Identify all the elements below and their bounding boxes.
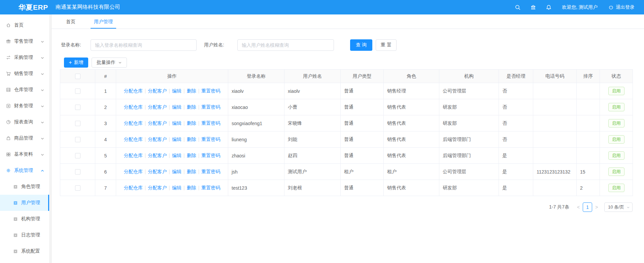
search-icon[interactable] <box>515 4 521 10</box>
prev-page-icon[interactable]: < <box>577 204 580 210</box>
cell-role: 销售代表 <box>384 99 439 115</box>
cell-role: 销售经理 <box>384 83 439 99</box>
platform-icon[interactable] <box>530 4 536 10</box>
action-link[interactable]: 分配仓库 <box>124 169 143 174</box>
select-all-checkbox[interactable] <box>75 74 80 79</box>
sidebar-item-system[interactable]: 系统管理 <box>0 162 49 179</box>
doc-icon <box>13 217 18 222</box>
reset-button[interactable]: 重 置 <box>376 39 397 51</box>
action-link[interactable]: 编辑 <box>172 104 181 110</box>
action-separator: | <box>183 169 185 174</box>
action-link[interactable]: 编辑 <box>172 153 181 158</box>
sidebar-item-goods[interactable]: 商品管理 <box>0 130 49 146</box>
add-button[interactable]: + 新增 <box>64 58 88 68</box>
action-link[interactable]: 删除 <box>187 169 196 174</box>
action-link[interactable]: 编辑 <box>172 185 181 190</box>
cell-sort <box>577 132 600 148</box>
sidebar-scrollbar-track[interactable] <box>49 14 52 263</box>
chevron-up-icon <box>40 168 44 173</box>
user-name-input[interactable] <box>237 39 334 51</box>
action-link[interactable]: 重置密码 <box>201 169 220 174</box>
action-link[interactable]: 分配仓库 <box>124 153 143 158</box>
cell-org: 研发部 <box>439 180 499 196</box>
action-link[interactable]: 重置密码 <box>201 137 220 142</box>
action-link[interactable]: 编辑 <box>172 137 181 142</box>
action-link[interactable]: 删除 <box>187 153 196 158</box>
action-link[interactable]: 分配客户 <box>148 104 167 110</box>
chevron-down-icon <box>40 88 44 92</box>
action-link[interactable]: 分配仓库 <box>124 185 143 190</box>
logout-icon <box>608 5 614 10</box>
action-link[interactable]: 重置密码 <box>201 104 220 110</box>
row-checkbox[interactable] <box>75 105 80 110</box>
action-link[interactable]: 分配客户 <box>148 88 167 93</box>
row-checkbox[interactable] <box>75 88 80 94</box>
action-link[interactable]: 分配仓库 <box>124 88 143 93</box>
row-checkbox[interactable] <box>75 121 80 126</box>
action-link[interactable]: 编辑 <box>172 120 181 126</box>
tab-user-mgmt[interactable]: 用户管理 <box>91 14 116 29</box>
action-separator: | <box>183 185 185 190</box>
sidebar-item-sales[interactable]: 销售管理 <box>0 66 49 82</box>
action-link[interactable]: 重置密码 <box>201 185 220 190</box>
row-checkbox[interactable] <box>75 153 80 158</box>
login-name-input[interactable] <box>91 39 197 51</box>
doc-icon <box>13 233 18 238</box>
action-link[interactable]: 分配客户 <box>148 120 167 126</box>
row-checkbox[interactable] <box>75 169 80 175</box>
app-logo: 华夏ERP <box>0 3 49 12</box>
action-link[interactable]: 删除 <box>187 137 196 142</box>
sidebar-item-user-mgmt[interactable]: 用户管理 <box>0 195 49 211</box>
sidebar-item-log-mgmt[interactable]: 日志管理 <box>0 227 49 243</box>
logout-button[interactable]: 退出登录 <box>608 4 635 10</box>
action-link[interactable]: 删除 <box>187 88 196 93</box>
action-link[interactable]: 重置密码 <box>201 153 220 158</box>
sidebar-item-basic[interactable]: 基本资料 <box>0 146 49 162</box>
sidebar-item-report[interactable]: 报表查询 <box>0 114 49 130</box>
search-button[interactable]: 查 询 <box>350 39 372 51</box>
page-number-button[interactable]: 1 <box>583 202 592 212</box>
cell-manager: 否 <box>499 132 533 148</box>
action-link[interactable]: 删除 <box>187 104 196 110</box>
cell-type: 普通 <box>341 115 384 132</box>
bell-icon[interactable] <box>546 4 552 10</box>
cell-manager: 否 <box>499 115 533 132</box>
col-status: 状态 <box>600 70 633 83</box>
action-link[interactable]: 编辑 <box>172 169 181 174</box>
row-checkbox[interactable] <box>75 185 80 191</box>
action-link[interactable]: 分配客户 <box>148 153 167 158</box>
action-link[interactable]: 分配客户 <box>148 185 167 190</box>
sidebar-item-home[interactable]: 首页 <box>0 17 49 33</box>
sidebar-item-org-mgmt[interactable]: 机构管理 <box>0 211 49 227</box>
sidebar-item-warehouse[interactable]: 仓库管理 <box>0 82 49 98</box>
cell-name: 刘老根 <box>284 180 341 196</box>
action-link[interactable]: 删除 <box>187 120 196 126</box>
cell-name: 小曹 <box>284 99 341 115</box>
cell-login: xiaolv <box>228 83 284 99</box>
sidebar-item-purchase[interactable]: 采购管理 <box>0 49 49 66</box>
tab-bar: 首页 用户管理 <box>52 14 644 29</box>
action-separator: | <box>169 137 170 142</box>
row-actions: 分配仓库|分配客户|编辑|删除|重置密码 <box>116 132 228 148</box>
action-link[interactable]: 重置密码 <box>201 88 220 93</box>
action-link[interactable]: 分配客户 <box>148 137 167 142</box>
tab-home[interactable]: 首页 <box>63 14 79 29</box>
sidebar-item-system-config[interactable]: 系统配置 <box>0 243 49 259</box>
sidebar-item-role-mgmt[interactable]: 角色管理 <box>0 179 49 195</box>
action-link[interactable]: 分配仓库 <box>124 104 143 110</box>
action-link[interactable]: 分配仓库 <box>124 137 143 142</box>
row-index: 7 <box>95 180 116 196</box>
action-link[interactable]: 分配仓库 <box>124 120 143 126</box>
cell-phone <box>533 132 577 148</box>
action-link[interactable]: 分配客户 <box>148 169 167 174</box>
page-size-select[interactable]: 10 条/页 <box>604 202 633 212</box>
sidebar-item-retail[interactable]: 零售管理 <box>0 33 49 49</box>
action-link[interactable]: 编辑 <box>172 88 181 93</box>
action-link[interactable]: 重置密码 <box>201 120 220 126</box>
row-checkbox[interactable] <box>75 137 80 142</box>
cell-phone <box>533 180 577 196</box>
next-page-icon[interactable]: > <box>595 204 598 210</box>
sidebar-item-finance[interactable]: 财务管理 <box>0 98 49 114</box>
action-link[interactable]: 删除 <box>187 185 196 190</box>
batch-actions-button[interactable]: 批量操作 <box>92 58 127 68</box>
